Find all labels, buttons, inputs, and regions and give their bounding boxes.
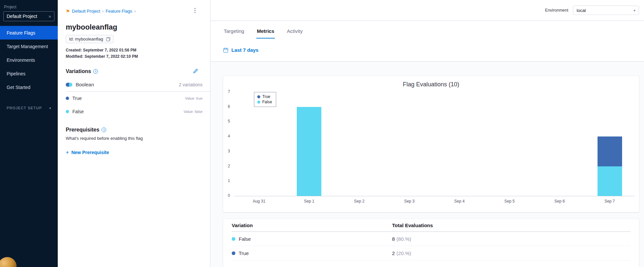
tab-targeting[interactable]: Targeting bbox=[223, 28, 245, 39]
table-row-false: False8(80.%) bbox=[232, 232, 630, 246]
prerequisites-description: What's required before enabling this fla… bbox=[66, 136, 210, 141]
tab-activity[interactable]: Activity bbox=[286, 28, 303, 39]
table-row-true: True2(20.%) bbox=[232, 246, 630, 260]
variation-rows: TrueValue: trueFalseValue: false bbox=[66, 92, 210, 118]
variation-color-dot bbox=[232, 237, 235, 241]
variation-value: Value: true bbox=[185, 96, 202, 100]
chart-card: Flag Evaluations (10) 01234567 TrueFalse… bbox=[223, 76, 639, 212]
more-options-button[interactable] bbox=[193, 7, 197, 14]
info-icon[interactable] bbox=[102, 128, 106, 132]
y-tick-label: 6 bbox=[228, 104, 230, 109]
plus-icon: + bbox=[66, 149, 69, 155]
tab-bar: TargetingMetricsActivity bbox=[210, 21, 644, 39]
evaluation-percent: (80.%) bbox=[396, 236, 411, 242]
sidebar-item-feature-flags[interactable]: Feature Flags bbox=[0, 26, 58, 40]
sidebar-nav: Feature FlagsTarget ManagementEnvironmen… bbox=[0, 26, 58, 94]
legend-item-true: True bbox=[257, 94, 272, 99]
metrics-content: Flag Evaluations (10) 01234567 TrueFalse… bbox=[210, 62, 644, 267]
project-selector[interactable]: Default Project » bbox=[3, 11, 54, 21]
created-date: Created: September 7, 2022 01:56 PM bbox=[66, 47, 210, 53]
variation-color-dot bbox=[66, 110, 69, 113]
environment-value: local bbox=[577, 8, 586, 13]
date-range-toolbar: Last 7 days bbox=[210, 39, 644, 62]
copy-icon[interactable] bbox=[106, 37, 110, 41]
environment-select[interactable]: local ▾ bbox=[573, 6, 639, 15]
info-icon[interactable] bbox=[93, 69, 98, 74]
x-tick-label: Sep 7 bbox=[604, 199, 615, 204]
y-tick-label: 7 bbox=[228, 89, 230, 94]
evaluation-count: 8 bbox=[392, 236, 395, 242]
variation-count: 2 variations bbox=[179, 82, 202, 87]
help-beacon[interactable] bbox=[0, 257, 17, 267]
variation-name: True bbox=[239, 250, 249, 256]
variation-cell: False bbox=[232, 236, 392, 242]
breadcrumb-project[interactable]: Default Project bbox=[72, 9, 100, 14]
variation-cell: True bbox=[232, 250, 392, 256]
breadcrumb-feature-flags[interactable]: Feature Flags bbox=[106, 9, 132, 14]
environment-header: Environment local ▾ bbox=[210, 0, 644, 21]
legend-dot bbox=[257, 95, 260, 98]
flag-detail-panel: ⚑ Default Project › Feature Flags › mybo… bbox=[58, 0, 210, 267]
column-total-evaluations: Total Evaluations bbox=[392, 222, 433, 228]
evaluations-cell: 8(80.%) bbox=[392, 236, 411, 242]
flag-meta: Created: September 7, 2022 01:56 PM Modi… bbox=[66, 47, 210, 60]
legend-label: True bbox=[262, 94, 270, 99]
x-tick-label: Aug 31 bbox=[253, 199, 265, 204]
x-tick-label: Sep 1 bbox=[304, 199, 314, 204]
variations-heading: Variations bbox=[66, 68, 91, 74]
variation-name: False bbox=[239, 236, 251, 242]
breadcrumb: ⚑ Default Project › Feature Flags › bbox=[66, 9, 210, 14]
variation-type-label: Boolean bbox=[76, 82, 94, 87]
variation-row-true: TrueValue: true bbox=[66, 92, 210, 105]
chevron-down-icon: ▾ bbox=[634, 9, 635, 12]
legend-label: False bbox=[262, 99, 272, 105]
project-setup-toggle[interactable]: PROJECT SETUP ▾ bbox=[0, 106, 58, 110]
legend-dot bbox=[257, 101, 260, 104]
x-tick-label: Sep 2 bbox=[354, 199, 364, 204]
double-chevron-icon: » bbox=[48, 14, 51, 19]
chevron-right-icon: › bbox=[134, 9, 135, 14]
chart-plot: 01234567 TrueFalse Aug 31Sep 1Sep 2Sep 3… bbox=[234, 92, 635, 196]
chart-legend: TrueFalse bbox=[254, 92, 276, 107]
x-tick-label: Sep 3 bbox=[404, 199, 414, 204]
column-variation: Variation bbox=[232, 222, 392, 228]
boolean-type-icon bbox=[66, 83, 72, 87]
evaluation-percent: (20.%) bbox=[396, 250, 411, 256]
variation-type-row: Boolean 2 variations bbox=[66, 82, 210, 92]
y-tick-label: 0 bbox=[228, 193, 230, 198]
tab-metrics[interactable]: Metrics bbox=[256, 28, 275, 39]
y-tick-label: 4 bbox=[228, 134, 230, 138]
variation-name: True bbox=[72, 96, 82, 101]
edit-variations-button[interactable] bbox=[193, 68, 198, 74]
prerequisites-heading-row: Prerequisites bbox=[66, 127, 210, 133]
table-rows: False8(80.%)True2(20.%) bbox=[232, 232, 630, 260]
y-tick-label: 2 bbox=[228, 164, 230, 168]
chart-y-axis: 01234567 bbox=[223, 92, 232, 196]
main-panel: Environment local ▾ TargetingMetricsActi… bbox=[210, 0, 644, 267]
bar-false-sep-7 bbox=[598, 166, 622, 196]
variation-name: False bbox=[72, 109, 84, 114]
app-root: Project Default Project » Feature FlagsT… bbox=[0, 0, 644, 267]
variations-heading-row: Variations bbox=[66, 68, 210, 74]
sidebar-item-get-started[interactable]: Get Started bbox=[0, 80, 58, 94]
x-tick-label: Sep 4 bbox=[454, 199, 464, 204]
pencil-icon bbox=[193, 68, 198, 74]
chart-title: Flag Evaluations (10) bbox=[223, 81, 639, 88]
chart-bars bbox=[234, 92, 635, 196]
project-selector-value: Default Project bbox=[7, 14, 37, 19]
y-tick-label: 3 bbox=[228, 149, 230, 153]
sidebar-item-target-management[interactable]: Target Management bbox=[0, 40, 58, 53]
new-prerequisite-label: New Prerequisite bbox=[71, 150, 109, 155]
date-range-label: Last 7 days bbox=[231, 47, 259, 53]
date-range-button[interactable]: Last 7 days bbox=[223, 47, 259, 53]
table-header: Variation Total Evaluations bbox=[232, 219, 630, 232]
environment-label: Environment bbox=[545, 8, 568, 13]
bar-true-sep-7 bbox=[598, 136, 622, 166]
new-prerequisite-button[interactable]: + New Prerequisite bbox=[66, 149, 109, 155]
chart-x-axis: Aug 31Sep 1Sep 2Sep 3Sep 4Sep 5Sep 6Sep … bbox=[234, 196, 635, 205]
flag-id-chip[interactable]: Id: mybooleanflag bbox=[66, 35, 114, 43]
sidebar: Project Default Project » Feature FlagsT… bbox=[0, 0, 58, 267]
evaluations-cell: 2(20.%) bbox=[392, 250, 411, 256]
sidebar-item-environments[interactable]: Environments bbox=[0, 53, 58, 67]
sidebar-item-pipelines[interactable]: Pipelines bbox=[0, 67, 58, 80]
